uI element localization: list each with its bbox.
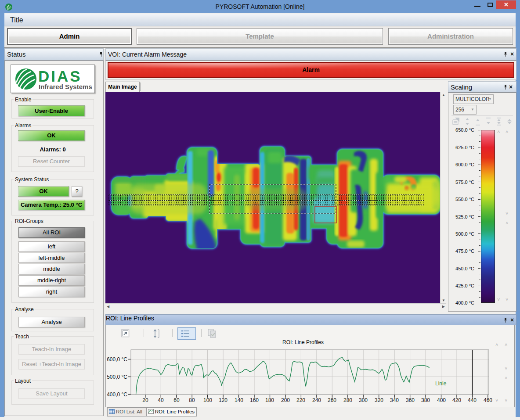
svg-text:Infrared Systems: Infrared Systems [39, 83, 92, 90]
svg-text:Linie: Linie [435, 381, 447, 387]
svg-text:DIAS: DIAS [38, 68, 82, 85]
